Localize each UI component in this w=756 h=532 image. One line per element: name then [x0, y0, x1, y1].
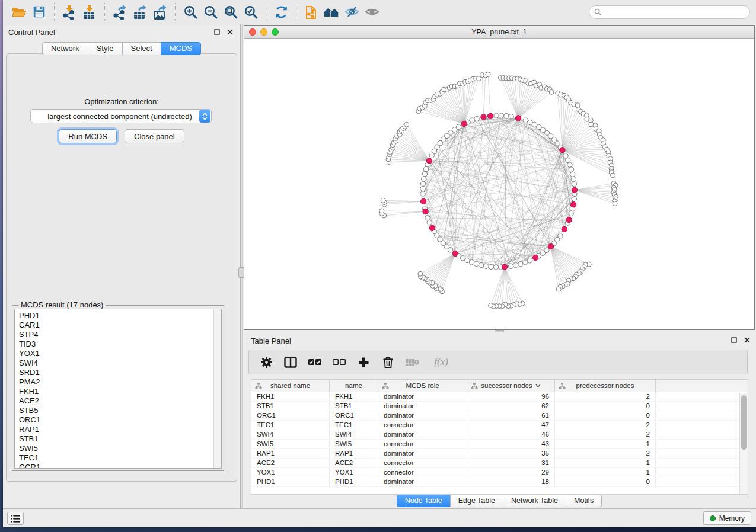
mcds-result-item[interactable]: STB5	[19, 406, 213, 415]
float-window-icon[interactable]	[213, 28, 221, 36]
network-window-title: YPA_prune.txt_1	[244, 28, 754, 36]
table-header-row: shared name name MCDS role	[251, 380, 748, 392]
home-view-icon[interactable]	[321, 2, 342, 21]
tab-network[interactable]: Network	[42, 42, 88, 55]
split-view-icon[interactable]	[283, 355, 298, 369]
table-tabs: Node Table Edge Table Network Table Moti…	[243, 495, 756, 507]
tab-network-table[interactable]: Network Table	[503, 495, 566, 507]
mcds-result-item[interactable]: ACE2	[19, 396, 213, 406]
delete-row-icon[interactable]	[381, 355, 395, 369]
table-cell-filler	[656, 421, 748, 430]
mcds-result-item[interactable]: ORC1	[19, 415, 213, 425]
task-history-button[interactable]	[7, 512, 24, 525]
table-cell: connector	[378, 459, 467, 467]
column-header-name[interactable]: name	[330, 380, 378, 392]
column-header-shared-name[interactable]: shared name	[251, 380, 330, 392]
zoom-in-icon[interactable]	[180, 2, 200, 21]
mcds-result-item[interactable]: CAR1	[19, 321, 213, 330]
table-row[interactable]: RAP1RAP1dominator352	[251, 449, 748, 459]
tab-motifs[interactable]: Motifs	[566, 495, 602, 507]
list-icon	[11, 515, 20, 523]
select-all-icon[interactable]	[308, 355, 322, 369]
node-table[interactable]: shared name name MCDS role	[251, 379, 748, 495]
table-cell: 18	[467, 477, 555, 486]
tab-edge-table[interactable]: Edge Table	[450, 495, 503, 507]
mcds-result-item[interactable]: STP4	[19, 330, 213, 339]
criterion-select[interactable]: largest connected component (undirected)	[30, 109, 212, 123]
mcds-result-item[interactable]: TID3	[19, 339, 213, 349]
mcds-result-item[interactable]: RAP1	[19, 425, 213, 434]
mcds-result-item[interactable]: SRD1	[19, 368, 213, 377]
mcds-result-item[interactable]: SWI5	[19, 444, 213, 453]
import-table-icon[interactable]	[79, 2, 100, 21]
table-row[interactable]: ORC1ORC1dominator610	[251, 411, 748, 421]
table-cell-filler	[656, 459, 748, 467]
table-row[interactable]: STB1STB1dominator620	[251, 402, 748, 411]
column-header-mcds-role[interactable]: MCDS role	[378, 380, 467, 392]
mcds-result-item[interactable]: PMA2	[19, 377, 213, 387]
mcds-result-title: MCDS result (17 nodes)	[18, 300, 106, 309]
table-scrollbar[interactable]	[739, 393, 748, 494]
close-table-panel-icon[interactable]	[743, 336, 751, 344]
search-field[interactable]	[589, 5, 750, 19]
add-row-icon[interactable]	[356, 355, 371, 369]
export-image-icon[interactable]	[150, 2, 170, 21]
search-input[interactable]	[602, 8, 745, 16]
close-panel-icon[interactable]	[226, 28, 234, 36]
table-panel: Table Panel	[243, 332, 756, 508]
save-session-icon[interactable]	[29, 2, 49, 21]
tab-style[interactable]: Style	[88, 42, 123, 55]
column-header-successor-nodes[interactable]: successor nodes	[467, 380, 555, 392]
mcds-result-list[interactable]: PHD1CAR1STP4TID3YOX1SWI4SRD1PMA2FKH1ACE2…	[14, 309, 222, 469]
table-row[interactable]: PHD1PHD1dominator180	[251, 477, 748, 487]
deselect-all-icon[interactable]	[332, 355, 346, 369]
column-header-filler	[656, 380, 748, 392]
table-cell: 96	[467, 392, 555, 401]
table-cell: connector	[378, 440, 467, 448]
import-network-icon[interactable]	[59, 2, 79, 21]
show-eye-icon[interactable]	[362, 2, 382, 21]
tab-mcds[interactable]: MCDS	[161, 42, 201, 55]
mcds-result-item[interactable]: FKH1	[19, 387, 213, 396]
table-scrollbar-thumb[interactable]	[741, 395, 747, 450]
export-table-icon[interactable]	[130, 2, 150, 21]
table-row[interactable]: FKH1FKH1dominator962	[251, 392, 748, 402]
refresh-icon[interactable]	[271, 2, 291, 21]
gear-icon[interactable]	[259, 355, 273, 369]
table-row[interactable]: TEC1TEC1connector472	[251, 421, 748, 430]
table-body: FKH1FKH1dominator962STB1STB1dominator620…	[251, 392, 748, 487]
table-cell: dominator	[378, 449, 467, 458]
table-cell: 0	[555, 402, 656, 411]
table-cell: 2	[555, 392, 656, 401]
table-cell-filler	[656, 477, 748, 486]
mcds-result-item[interactable]: SWI4	[19, 358, 213, 368]
memory-status-icon	[710, 515, 716, 521]
mcds-result-item[interactable]: GCR1	[19, 463, 213, 469]
mcds-list-scrollbar[interactable]	[213, 309, 221, 468]
zoom-out-icon[interactable]	[200, 2, 221, 21]
share-document-icon[interactable]	[301, 2, 321, 21]
zoom-selected-icon[interactable]	[241, 2, 261, 21]
tab-node-table[interactable]: Node Table	[397, 495, 451, 507]
open-file-icon[interactable]	[9, 2, 29, 21]
column-header-predecessor-nodes[interactable]: predecessor nodes	[555, 380, 656, 392]
mcds-result-item[interactable]: STB1	[19, 434, 213, 444]
memory-button[interactable]: Memory	[703, 511, 751, 525]
close-panel-button[interactable]: Close panel	[125, 129, 184, 143]
network-canvas[interactable]	[244, 39, 754, 329]
run-mcds-button[interactable]: Run MCDS	[59, 129, 117, 143]
table-row[interactable]: YOX1YOX1connector291	[251, 468, 748, 477]
zoom-fit-icon[interactable]	[221, 2, 241, 21]
table-row[interactable]: ACE2ACE2connector311	[251, 459, 748, 468]
mcds-result-item[interactable]: PHD1	[19, 311, 213, 321]
mcds-result-item[interactable]: TEC1	[19, 453, 213, 463]
attribute-icon	[382, 383, 389, 389]
export-network-icon[interactable]	[110, 2, 130, 21]
table-row[interactable]: SWI5SWI5connector431	[251, 440, 748, 449]
table-row[interactable]: SWI4SWI4dominator462	[251, 430, 748, 440]
float-table-panel-icon[interactable]	[730, 336, 738, 344]
mcds-result-item[interactable]: YOX1	[19, 349, 213, 358]
network-window-titlebar[interactable]: YPA_prune.txt_1	[244, 26, 754, 39]
tab-select[interactable]: Select	[122, 42, 161, 55]
hide-eye-icon[interactable]	[342, 2, 362, 21]
